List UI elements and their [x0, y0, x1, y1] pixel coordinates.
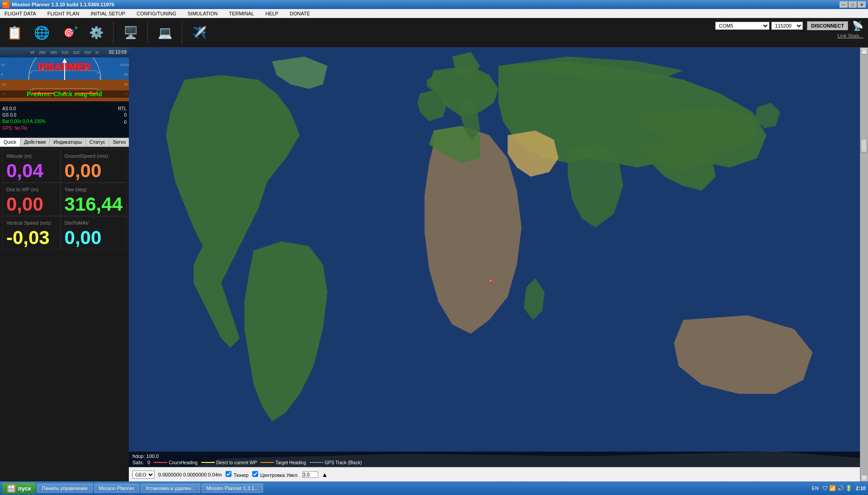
toolbar-globe-btn[interactable]: 🌐 — [32, 24, 52, 41]
groundspeed-cell: GroundSpeed (m/s) 0,00 — [61, 149, 127, 183]
tuner-text: Тюнер — [234, 472, 249, 478]
hud-display: W 250 300 310 320 330 N 10 10 -10 -10 — [0, 47, 129, 138]
distwp-label: Dist to WP (m) — [6, 187, 57, 192]
titlebar-title: Mission Planner 1.3.10 build 1.1.5369.11… — [12, 2, 840, 7]
distwp-cell: Dist to WP (m) 0,00 — [2, 183, 61, 216]
map-sats: Sats: 0 CoursHeading Direct to current W… — [132, 460, 856, 465]
hud-airspeed: AS 0.0 — [2, 106, 16, 111]
taskbar-control-panel[interactable]: Панель управления — [37, 484, 93, 493]
menu-help[interactable]: HELP — [263, 10, 281, 17]
map-scrollbar[interactable]: ▲ ▼ — [860, 47, 868, 481]
volume-icon: 🔊 — [837, 485, 844, 491]
menubar: FLIGHT DATA FLIGHT PLAN INITIAL SETUP CO… — [0, 9, 868, 18]
tab-quick[interactable]: Quick — [0, 138, 20, 146]
toolbar: 📋 🌐 🎯 + ⚙️ 🖥️ 💻 ✈️ COM5 115200 DISCONNEC… — [0, 18, 868, 47]
tab-indicators[interactable]: Индикаторы — [50, 138, 86, 146]
map-legend: hdop: 100.0 Sats: 0 CoursHeading Direct … — [129, 452, 860, 467]
altitude-cell: Altitude (m) 0,04 — [2, 149, 61, 183]
shield-icon: 🛡 — [822, 485, 828, 491]
taskbar-mission-planner-web[interactable]: Mission Planner 1.3.1... — [202, 484, 264, 493]
compass-330: 330 — [84, 50, 91, 55]
close-button[interactable]: ✕ — [858, 1, 866, 8]
course-heading-color — [154, 462, 167, 463]
altitude-value: 0,04 — [6, 161, 57, 180]
map-hdop: hdop: 100.0 — [132, 453, 856, 459]
sats-value: 0 — [147, 460, 150, 465]
data-grid: Altitude (m) 0,04 GroundSpeed (m/s) 0,00… — [2, 149, 127, 250]
config-icon: ⚙️ — [87, 24, 105, 41]
hud-zero-value2: 0 — [124, 120, 127, 125]
baud-select[interactable]: 115200 — [771, 22, 803, 30]
disconnect-button[interactable]: DISCONNECT — [807, 21, 848, 30]
taskbar-system-icons: 🛡 📶 🔊 🔋 — [822, 485, 852, 491]
disttomav-cell: DistToMAV 0,00 — [61, 216, 127, 250]
connection-area: COM5 115200 DISCONNECT 📡 Link Stats... — [715, 20, 863, 38]
disttomav-label: DistToMAV — [65, 220, 123, 226]
document-icon: 📋 — [6, 24, 24, 41]
port-select[interactable]: COM5 — [715, 22, 769, 30]
svg-line-4 — [42, 67, 43, 71]
taskbar: 🪟 пуск Панель управления Mission Planner… — [0, 481, 868, 495]
scroll-down-arrow[interactable]: ▼ — [861, 474, 868, 481]
menu-initial-setup[interactable]: INITIAL SETUP — [88, 10, 127, 17]
toolbar-flight-data-btn[interactable]: 📋 — [5, 24, 25, 41]
maximize-button[interactable]: □ — [849, 1, 857, 8]
coords-display: 0.0000000 0.0000000 0.04m — [158, 472, 222, 477]
course-heading-label: CoursHeading — [169, 460, 198, 465]
minimize-button[interactable]: ─ — [840, 1, 848, 8]
taskbar-install-remove[interactable]: Установка и удален... — [141, 484, 200, 493]
geo-select[interactable]: GEO — [132, 471, 155, 479]
menu-flight-data[interactable]: FLIGHT DATA — [2, 10, 38, 17]
direct-wp-color — [201, 462, 215, 463]
right-wing — [75, 93, 98, 94]
scroll-up-arrow[interactable]: ▲ — [861, 47, 868, 55]
toolbar-plane-btn[interactable]: ✈️ — [189, 24, 209, 41]
tuner-checkbox[interactable] — [226, 471, 231, 477]
hud-bottom-info: AS 0.0 GS 0.0 RTL 0 0 Bat 0,00v 0,0 A 10… — [0, 101, 129, 137]
plane-icon: ✈️ — [190, 24, 208, 41]
toolbar-terminal-btn[interactable]: 💻 — [155, 24, 175, 41]
taskbar-time: 2:10 — [856, 486, 866, 491]
toolbar-add-btn[interactable]: 🎯 + — [59, 24, 79, 41]
svg-line-5 — [86, 67, 87, 71]
menu-donate[interactable]: DONATE — [288, 10, 312, 17]
hud-center-dot — [63, 92, 66, 94]
menu-flight-plan[interactable]: FLIGHT PLAN — [45, 10, 82, 17]
battery-icon: 🔋 — [845, 485, 852, 491]
connect-icon[interactable]: 📡 — [852, 20, 863, 31]
center-checkbox[interactable] — [252, 471, 258, 477]
tab-actions[interactable]: Действия — [20, 138, 50, 146]
menu-config-tuning[interactable]: CONFIG/TUNING — [134, 10, 179, 17]
zoom-up-icon[interactable]: ▲ — [322, 471, 328, 478]
vspeed-label: Vertical Speed (m/s) — [6, 220, 57, 226]
toolbar-separator — [113, 21, 113, 44]
menu-simulation[interactable]: SIMULATION — [185, 10, 220, 17]
menu-terminal[interactable]: TERMINAL — [226, 10, 256, 17]
start-label: пуск — [18, 485, 31, 492]
hud-time: 02:10:59 — [109, 50, 127, 55]
legend-gps-track: GPS Track (Black) — [310, 460, 362, 465]
target-heading-label: Target Heading — [275, 460, 306, 465]
left-panel: W 250 300 310 320 330 N 10 10 -10 -10 — [0, 47, 129, 481]
link-stats-link[interactable]: Link Stats... — [838, 33, 863, 38]
main-content: W 250 300 310 320 330 N 10 10 -10 -10 — [0, 47, 868, 481]
tab-servo[interactable]: Servo — [109, 138, 130, 146]
terminal-icon: 💻 — [156, 24, 174, 41]
center-text: Центровка Увел. — [260, 472, 299, 478]
start-icon: 🪟 — [7, 484, 16, 493]
hud-roll-arc — [19, 57, 110, 82]
map-area[interactable]: + ▲ ▼ hdop: 100.0 Sats: 0 CoursHeading — [129, 47, 868, 481]
globe-icon: 🌐 — [33, 24, 51, 41]
hud-gps-status: GPS: No Fix — [2, 126, 28, 131]
tab-status[interactable]: Статус — [86, 138, 109, 146]
start-button[interactable]: 🪟 пуск — [2, 483, 36, 494]
taskbar-mission-planner[interactable]: Mission Planner — [94, 484, 139, 493]
toolbar-config-btn[interactable]: ⚙️ — [86, 24, 106, 41]
hud-groundspeed: GS 0.0 — [2, 113, 16, 118]
taskbar-right: EN 🛡 📶 🔊 🔋 2:10 — [812, 485, 866, 491]
compass-320: 320 — [73, 50, 80, 55]
compass-280: 300 — [50, 50, 57, 55]
scroll-thumb[interactable] — [861, 139, 867, 152]
zoom-input[interactable] — [302, 471, 318, 478]
toolbar-simulation-btn[interactable]: 🖥️ — [120, 24, 141, 41]
